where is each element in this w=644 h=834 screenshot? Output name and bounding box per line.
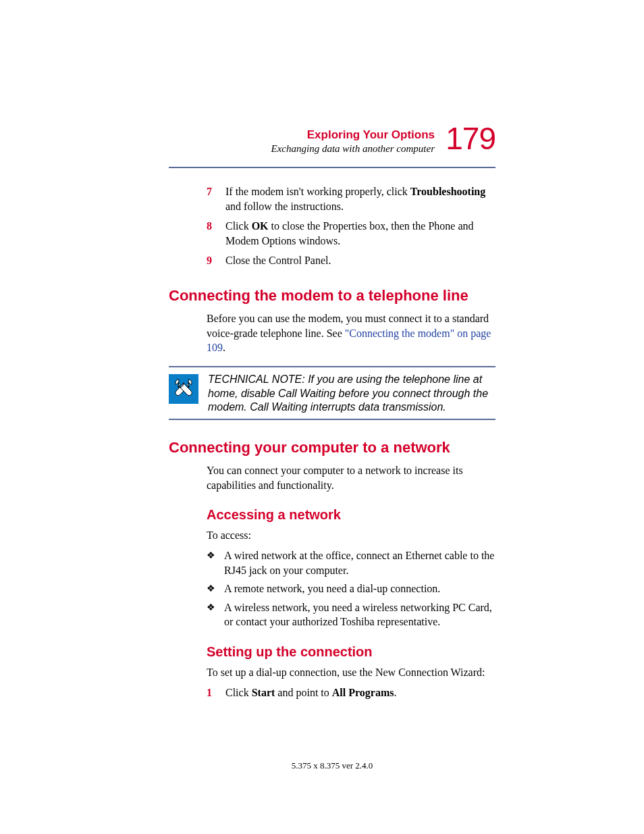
section-title: Exchanging data with another computer [169,143,435,155]
bullet-text: A wireless network, you need a wireless … [224,600,495,629]
t1: Click [225,687,252,698]
t2: and point to [275,687,331,698]
heading-accessing-network: Accessing a network [207,507,495,523]
heading-connecting-network: Connecting your computer to a network [169,439,495,457]
page-number: 179 [446,120,495,157]
heading-setting-up-connection: Setting up the connection [207,644,495,660]
b1: Start [252,687,275,698]
step-pre: If the modem isn't working properly, cli… [225,186,410,197]
chapter-title: Exploring Your Options [169,128,435,142]
bullet-item: ❖ A wired network at the office, connect… [207,548,495,577]
para-network: You can connect your computer to a netwo… [207,463,495,492]
page-header: 179 Exploring Your Options Exchanging da… [169,128,495,155]
page-container: 179 Exploring Your Options Exchanging da… [0,0,644,825]
step-7: 7 If the modem isn't working properly, c… [207,184,495,213]
step-number: 9 [207,253,225,268]
bullet-text: A wired network at the office, connect a… [224,548,495,577]
step-post: and follow the instructions. [225,201,344,212]
step-body: If the modem isn't working properly, cli… [225,184,495,213]
note-text: TECHNICAL NOTE: If you are using the tel… [208,371,495,415]
step-pre: Close the Control Panel. [225,255,331,266]
step-body: Click Start and point to All Programs. [225,685,495,700]
para-to-access: To access: [207,528,495,543]
note-rule-bottom [169,419,495,420]
technical-note: TECHNICAL NOTE: If you are using the tel… [169,366,495,420]
diamond-icon: ❖ [207,600,224,629]
note-label: TECHNICAL NOTE: [208,373,308,385]
footer-version: 5.375 x 8.375 ver 2.4.0 [169,760,495,771]
diamond-icon: ❖ [207,548,224,577]
diamond-icon: ❖ [207,581,224,596]
header-rule [169,167,495,168]
step-bold: OK [252,220,269,232]
step-number: 1 [207,685,225,700]
step-1: 1 Click Start and point to All Programs. [207,685,495,700]
para-post: . [223,342,225,353]
step-bold: Troubleshooting [410,186,485,197]
para-wizard: To set up a dial-up connection, use the … [207,665,495,680]
bullet-item: ❖ A remote network, you need a dial-up c… [207,581,495,596]
note-row: TECHNICAL NOTE: If you are using the tel… [169,367,495,419]
step-8: 8 Click OK to close the Properties box, … [207,219,495,248]
step-pre: Click [225,220,252,232]
wrench-icon [169,374,198,404]
b2: All Programs [332,687,394,698]
t3: . [394,687,396,698]
para-modem: Before you can use the modem, you must c… [207,311,495,355]
step-number: 7 [207,184,225,213]
bullet-item: ❖ A wireless network, you need a wireles… [207,600,495,629]
step-body: Close the Control Panel. [225,253,495,268]
heading-connecting-modem: Connecting the modem to a telephone line [169,287,495,305]
step-body: Click OK to close the Properties box, th… [225,219,495,248]
step-number: 8 [207,219,225,248]
bullet-text: A remote network, you need a dial-up con… [224,581,495,596]
step-9: 9 Close the Control Panel. [207,253,495,268]
